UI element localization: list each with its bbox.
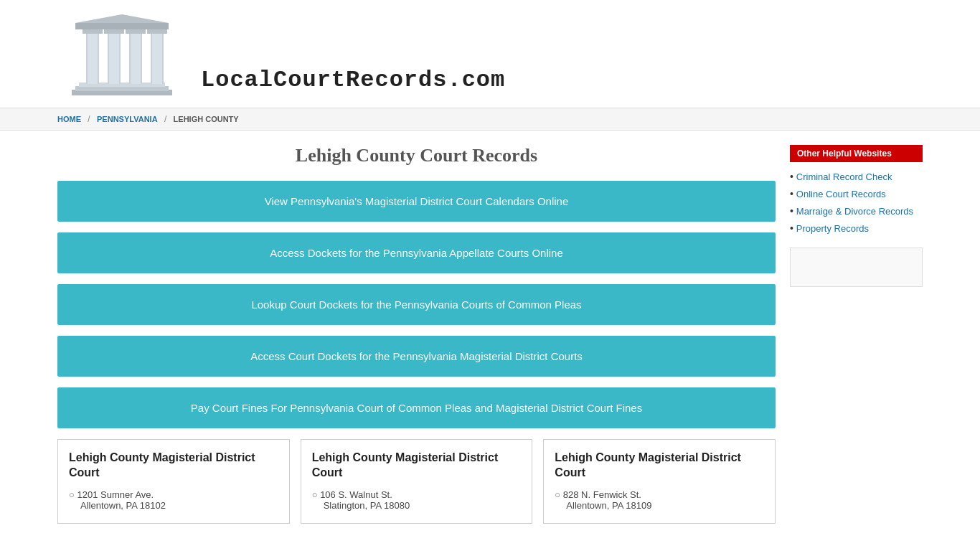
court-card-address1-2: 106 S. Walnut St.Slatington, PA 18080	[312, 488, 522, 512]
sidebar: Other Helpful Websites Criminal Record C…	[790, 145, 923, 524]
court-card-1: Lehigh County Magisterial District Court…	[57, 439, 290, 524]
svg-rect-6	[109, 32, 119, 84]
court-card-title-2: Lehigh County Magisterial District Court	[312, 451, 522, 481]
svg-rect-12	[104, 29, 124, 34]
sidebar-link-3: Marraige & Divorce Records	[790, 202, 923, 220]
svg-rect-13	[126, 29, 146, 34]
sidebar-link-anchor-4[interactable]: Property Records	[796, 223, 869, 234]
sidebar-link-anchor-3[interactable]: Marraige & Divorce Records	[796, 206, 913, 217]
sidebar-link-1: Criminal Record Check	[790, 168, 923, 185]
svg-rect-15	[75, 23, 169, 29]
action-btn-2[interactable]: Access Dockets for the Pennsylvania Appe…	[57, 232, 776, 273]
court-card-address1-3: 828 N. Fenwick St.Allentown, PA 18109	[555, 488, 764, 512]
cards-row: Lehigh County Magisterial District Court…	[57, 439, 776, 524]
court-card-2: Lehigh County Magisterial District Court…	[301, 439, 533, 524]
svg-rect-10	[152, 32, 162, 84]
logo-area: LocalCourtRecords.com	[57, 14, 923, 100]
breadcrumb-home[interactable]: HOME	[57, 115, 81, 123]
sidebar-link-2: Online Court Records	[790, 185, 923, 202]
svg-rect-4	[88, 32, 98, 84]
header: LocalCourtRecords.com	[0, 0, 980, 108]
sidebar-link-anchor-2[interactable]: Online Court Records	[796, 189, 886, 199]
court-card-3: Lehigh County Magisterial District Court…	[543, 439, 776, 524]
breadcrumb-pennsylvania[interactable]: PENNSYLVANIA	[97, 115, 158, 123]
action-btn-3[interactable]: Lookup Court Dockets for the Pennsylvani…	[57, 284, 776, 325]
main-content: Lehigh County Court Records View Pennsyl…	[57, 145, 776, 524]
main-container: Lehigh County Court Records View Pennsyl…	[0, 131, 980, 538]
page-title: Lehigh County Court Records	[57, 145, 776, 166]
court-card-title-1: Lehigh County Magisterial District Court	[69, 451, 278, 481]
svg-rect-1	[75, 86, 169, 91]
svg-rect-11	[83, 29, 103, 34]
action-buttons: View Pennsylvania's Magisterial District…	[57, 181, 776, 428]
action-btn-4[interactable]: Access Court Dockets for the Pennsylvani…	[57, 336, 776, 377]
breadcrumb-sep2: /	[164, 114, 166, 124]
site-title: LocalCourtRecords.com	[201, 67, 505, 100]
svg-rect-14	[147, 29, 167, 34]
sidebar-links: Criminal Record CheckOnline Court Record…	[790, 168, 923, 237]
svg-rect-8	[131, 32, 141, 84]
action-btn-1[interactable]: View Pennsylvania's Magisterial District…	[57, 181, 776, 222]
breadcrumb-current: LEHIGH COUNTY	[174, 115, 239, 123]
court-card-title-3: Lehigh County Magisterial District Court	[555, 451, 764, 481]
sidebar-ad-box	[790, 248, 923, 287]
site-logo	[57, 14, 187, 100]
action-btn-5[interactable]: Pay Court Fines For Pennsylvania Court o…	[57, 387, 776, 428]
sidebar-link-4: Property Records	[790, 220, 923, 237]
breadcrumb-sep1: /	[88, 114, 90, 124]
svg-marker-16	[75, 14, 169, 23]
sidebar-header: Other Helpful Websites	[790, 145, 923, 162]
breadcrumb-bar: HOME / PENNSYLVANIA / LEHIGH COUNTY	[0, 108, 980, 131]
court-card-address1-1: 1201 Sumner Ave.Allentown, PA 18102	[69, 488, 278, 512]
sidebar-link-anchor-1[interactable]: Criminal Record Check	[796, 171, 892, 182]
